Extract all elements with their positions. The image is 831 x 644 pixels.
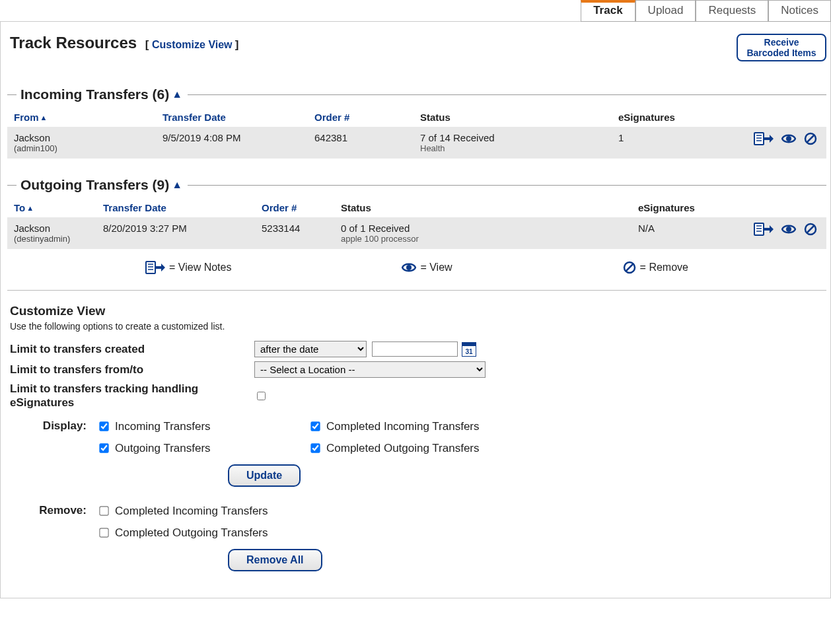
limit-esig-label: Limit to transfers tracking handling eSi… [10, 382, 254, 410]
incoming-transfers-header: Incoming Transfers (6) [20, 87, 169, 102]
sort-asc-icon: ▲ [26, 204, 34, 212]
receive-barcoded-items-button[interactable]: Receive Barcoded Items [737, 34, 826, 61]
outgoing-transfers-header: Outgoing Transfers (9) [20, 177, 169, 193]
view-icon[interactable] [781, 223, 796, 236]
update-button[interactable]: Update [228, 464, 301, 487]
status-sub: Health [420, 143, 605, 153]
limit-created-label: Limit to transfers created [10, 343, 254, 356]
to-name: Jackson [14, 223, 90, 234]
col-order[interactable]: Order # [255, 197, 334, 217]
cb-completed-outgoing[interactable]: Completed Outgoing Transfers [308, 441, 546, 455]
view-notes-icon [145, 261, 165, 274]
col-from[interactable]: From▲ [7, 106, 156, 127]
tab-track[interactable]: Track [581, 0, 635, 22]
table-row: Jackson (admin100) 9/5/2019 4:08 PM 6423… [7, 127, 826, 159]
legend-view-label: = View [420, 262, 452, 273]
legend-notes-label: = View Notes [169, 262, 231, 273]
incoming-transfers-table: From▲ Transfer Date Order # Status eSign… [7, 106, 826, 159]
cb-completed-incoming[interactable]: Completed Incoming Transfers [308, 419, 546, 433]
col-transfer-date[interactable]: Transfer Date [96, 197, 255, 217]
outgoing-transfers-table: To▲ Transfer Date Order # Status eSignat… [7, 197, 826, 249]
col-esignatures: eSignatures [632, 197, 737, 217]
sort-asc-icon: ▲ [40, 114, 48, 122]
collapse-icon[interactable]: ▲ [172, 89, 182, 100]
tab-notices[interactable]: Notices [768, 0, 831, 22]
col-esignatures: eSignatures [612, 106, 717, 127]
order-number: 642381 [308, 127, 414, 159]
remove-icon[interactable] [804, 132, 817, 145]
table-row: Jackson (destinyadmin) 8/20/2019 3:27 PM… [7, 217, 826, 249]
remove-icon[interactable] [804, 223, 817, 236]
collapse-icon[interactable]: ▲ [172, 179, 182, 191]
page-title: Track Resources [10, 34, 137, 52]
esignatures-count: 1 [612, 127, 717, 159]
col-status: Status [414, 106, 612, 127]
remove-label: Remove: [10, 504, 97, 517]
cb-outgoing-transfers[interactable]: Outgoing Transfers [97, 441, 308, 455]
limit-created-date-input[interactable] [372, 341, 458, 357]
legend-remove-label: = Remove [640, 262, 688, 273]
transfer-date: 8/20/2019 3:27 PM [96, 217, 255, 249]
limit-created-select[interactable]: after the date [254, 341, 367, 357]
view-notes-icon[interactable] [754, 223, 774, 236]
customize-view-link[interactable]: Customize View [152, 39, 233, 50]
status-main: 7 of 14 Received [420, 132, 605, 143]
view-icon[interactable] [781, 132, 796, 145]
limit-fromto-select[interactable]: -- Select a Location -- [254, 361, 486, 378]
customize-view-heading: Customize View [10, 304, 824, 318]
cb-incoming-transfers[interactable]: Incoming Transfers [97, 419, 308, 433]
order-number: 5233144 [255, 217, 334, 249]
view-icon [402, 261, 416, 274]
col-order[interactable]: Order # [308, 106, 414, 127]
status-main: 0 of 1 Received [341, 223, 625, 234]
view-notes-icon[interactable] [754, 132, 774, 145]
col-transfer-date[interactable]: Transfer Date [156, 106, 308, 127]
limit-esig-checkbox[interactable] [257, 392, 266, 400]
tab-upload[interactable]: Upload [635, 0, 696, 22]
esignatures-value: N/A [632, 217, 737, 249]
tab-bar: Track Upload Requests Notices [0, 0, 831, 22]
display-label: Display: [10, 419, 97, 433]
status-sub: apple 100 processor [341, 234, 625, 244]
transfer-date: 9/5/2019 4:08 PM [156, 127, 308, 159]
icon-legend: = View Notes = View = Remove [7, 249, 826, 291]
cb-remove-completed-outgoing[interactable]: Completed Outgoing Transfers [97, 526, 268, 540]
remove-icon [623, 261, 636, 274]
cb-remove-completed-incoming[interactable]: Completed Incoming Transfers [97, 504, 268, 518]
remove-all-button[interactable]: Remove All [228, 549, 322, 571]
col-status: Status [334, 197, 632, 217]
to-user: (destinyadmin) [14, 234, 90, 244]
limit-fromto-label: Limit to transfers from/to [10, 363, 254, 376]
calendar-icon[interactable] [462, 342, 476, 357]
from-name: Jackson [14, 132, 149, 143]
col-to[interactable]: To▲ [7, 197, 96, 217]
customize-view-subtext: Use the following options to create a cu… [10, 321, 824, 332]
from-user: (admin100) [14, 143, 149, 153]
tab-requests[interactable]: Requests [696, 0, 768, 22]
